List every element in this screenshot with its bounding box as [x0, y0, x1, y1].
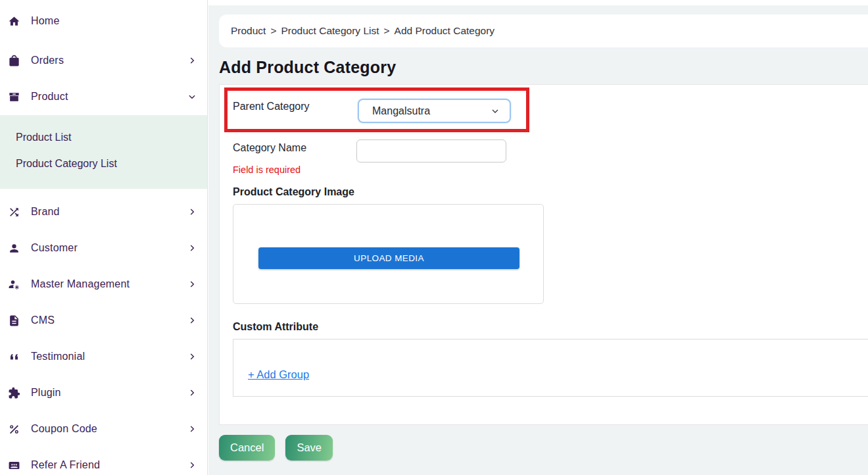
cancel-button[interactable]: Cancel: [219, 435, 275, 461]
parent-category-selected-value: Mangalsutra: [372, 105, 430, 117]
app-window: Home Orders Product Product List Product…: [0, 0, 868, 475]
customer-person-icon: [7, 241, 21, 255]
chevron-right-icon: [187, 207, 197, 216]
category-name-label: Category Name: [233, 142, 306, 154]
image-upload-dropzone: UPLOAD MEDIA: [233, 204, 544, 304]
chevron-down-icon: [187, 92, 197, 101]
sidebar-item-cms[interactable]: CMS: [0, 311, 207, 330]
parent-category-select[interactable]: Mangalsutra: [358, 99, 511, 123]
form-actions: Cancel Save: [219, 435, 333, 461]
sidebar-item-brand[interactable]: Brand: [0, 202, 207, 222]
chevron-right-icon: [187, 352, 197, 361]
sidebar-item-label: Master Management: [31, 278, 130, 290]
cms-document-icon: [7, 313, 21, 328]
sidebar-subitem-product-list[interactable]: Product List: [0, 124, 207, 151]
product-submenu: Product List Product Category List: [0, 115, 207, 189]
sidebar-item-product[interactable]: Product: [0, 87, 207, 107]
save-button[interactable]: Save: [285, 435, 333, 461]
chevron-right-icon: [187, 280, 197, 289]
sidebar-item-home[interactable]: Home: [0, 11, 207, 31]
sidebar-item-master-management[interactable]: Master Management: [0, 274, 207, 294]
custom-attribute-label: Custom Attribute: [233, 321, 318, 333]
coupon-percent-icon: [7, 422, 21, 436]
breadcrumb-separator: >: [270, 25, 276, 37]
testimonial-quote-icon: [7, 349, 21, 364]
custom-attribute-panel: + Add Group: [233, 339, 868, 397]
plugin-puzzle-icon: [7, 386, 21, 400]
sidebar-item-label: Product: [31, 91, 68, 103]
sidebar-item-coupon-code[interactable]: Coupon Code: [0, 419, 207, 439]
sidebar-item-label: Orders: [31, 55, 64, 66]
sidebar-subitem-product-category-list[interactable]: Product Category List: [0, 151, 207, 177]
breadcrumb-item-add-product-category: Add Product Category: [395, 25, 495, 37]
breadcrumb-item-product[interactable]: Product: [231, 25, 266, 37]
sidebar-item-testimonial[interactable]: Testimonial: [0, 347, 207, 366]
upload-media-button[interactable]: UPLOAD MEDIA: [258, 247, 519, 269]
sidebar-item-label: Brand: [31, 206, 60, 218]
master-management-icon: [7, 277, 21, 291]
add-group-link[interactable]: + Add Group: [248, 368, 309, 381]
brand-shuffle-icon: [7, 205, 21, 219]
sidebar-item-label: Customer: [31, 242, 78, 254]
sidebar-item-refer-a-friend[interactable]: Refer A Friend: [0, 455, 207, 475]
parent-category-label: Parent Category: [233, 101, 310, 113]
sidebar-item-label: Testimonial: [31, 351, 85, 362]
add-category-form: Parent Category Mangalsutra Category Nam…: [219, 84, 868, 425]
sidebar-item-label: Coupon Code: [31, 423, 97, 435]
breadcrumb-item-product-category-list[interactable]: Product Category List: [281, 25, 379, 37]
field-required-error: Field is required: [233, 164, 301, 175]
product-category-image-label: Product Category Image: [233, 186, 354, 198]
chevron-right-icon: [187, 461, 197, 470]
chevron-right-icon: [187, 424, 197, 434]
page-title: Add Product Category: [219, 58, 396, 77]
product-box-icon: [7, 89, 21, 104]
sidebar-item-plugin[interactable]: Plugin: [0, 383, 207, 403]
orders-bag-icon: [7, 53, 21, 68]
main-content: Product > Product Category List > Add Pr…: [208, 0, 868, 475]
sidebar-item-customer[interactable]: Customer: [0, 238, 207, 258]
home-icon: [7, 14, 21, 28]
chevron-right-icon: [187, 316, 197, 325]
breadcrumb-separator: >: [384, 25, 390, 37]
sidebar-item-label: Home: [31, 15, 59, 27]
chevron-right-icon: [187, 388, 197, 397]
chevron-right-icon: [187, 243, 197, 253]
refer-friend-icon: [7, 458, 21, 472]
chevron-right-icon: [187, 56, 197, 65]
sidebar: Home Orders Product Product List Product…: [0, 0, 208, 475]
select-chevron-down-icon: [490, 106, 500, 116]
sidebar-item-orders[interactable]: Orders: [0, 51, 207, 70]
category-name-input[interactable]: [356, 139, 506, 162]
breadcrumb: Product > Product Category List > Add Pr…: [219, 14, 868, 47]
sidebar-item-label: Plugin: [31, 387, 61, 399]
sidebar-item-label: Refer A Friend: [31, 459, 100, 471]
sidebar-item-label: CMS: [31, 314, 55, 326]
